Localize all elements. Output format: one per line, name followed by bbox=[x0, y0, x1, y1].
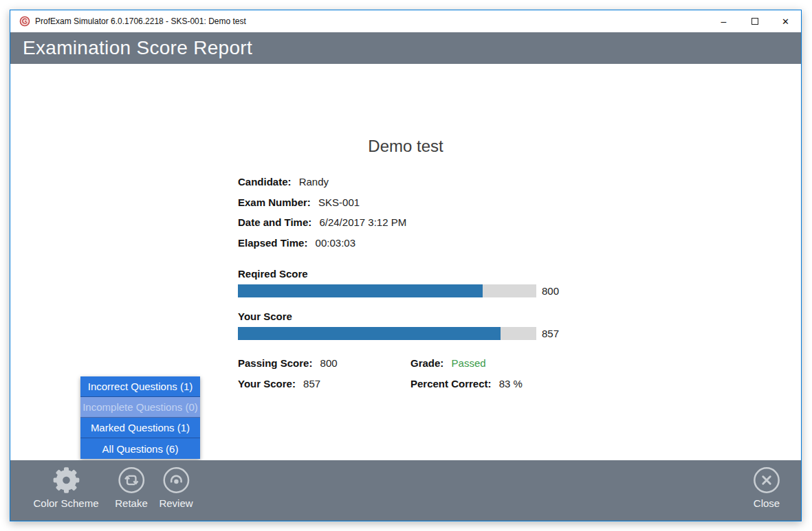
passing-score-value: 800 bbox=[320, 357, 338, 369]
percent-correct-label: Percent Correct: bbox=[410, 378, 492, 389]
page-title: Examination Score Report bbox=[23, 37, 252, 59]
menu-item-incorrect-questions[interactable]: Incorrect Questions (1) bbox=[80, 376, 200, 397]
review-button[interactable]: Review bbox=[159, 464, 193, 509]
retake-icon bbox=[117, 466, 146, 495]
close-circle-icon bbox=[752, 466, 781, 495]
required-score-bar bbox=[238, 284, 536, 297]
exam-number-value: SKS-001 bbox=[318, 196, 360, 208]
menu-item-marked-questions[interactable]: Marked Questions (1) bbox=[80, 418, 200, 438]
retake-label: Retake bbox=[115, 497, 148, 509]
close-icon: ✕ bbox=[782, 17, 789, 26]
page-header: Examination Score Report bbox=[10, 32, 801, 64]
close-button[interactable]: Close bbox=[752, 464, 781, 509]
date-time-value: 6/24/2017 3:12 PM bbox=[319, 216, 406, 228]
maximize-button[interactable] bbox=[739, 10, 770, 32]
grade-label: Grade: bbox=[410, 357, 443, 369]
your-score-bar bbox=[238, 327, 536, 340]
app-icon bbox=[19, 16, 30, 27]
bottom-toolbar: Color Scheme Retake bbox=[10, 460, 801, 521]
report-content: Demo test Candidate: Randy Exam Number: … bbox=[10, 64, 801, 460]
exam-info-fields: Candidate: Randy Exam Number: SKS-001 Da… bbox=[238, 176, 406, 257]
required-score-value: 800 bbox=[542, 285, 559, 297]
close-label: Close bbox=[752, 497, 781, 509]
passing-score-label: Passing Score: bbox=[238, 357, 312, 369]
close-window-button[interactable]: ✕ bbox=[770, 10, 801, 32]
grade-row: Grade: Passed bbox=[410, 357, 523, 371]
menu-item-incomplete-questions: Incomplete Questions (0) bbox=[80, 397, 200, 418]
elapsed-time-label: Elapsed Time: bbox=[238, 237, 307, 249]
your-score-summary-label: Your Score: bbox=[238, 378, 296, 389]
candidate-value: Randy bbox=[299, 176, 329, 188]
your-score-value: 857 bbox=[542, 328, 559, 339]
your-score-summary-row: Your Score: 857 bbox=[238, 378, 338, 392]
required-score-fill bbox=[238, 284, 483, 297]
exam-number-label: Exam Number: bbox=[238, 196, 311, 208]
app-window: ProfExam Simulator 6.0.1706.2218 - SKS-0… bbox=[10, 10, 802, 521]
color-scheme-button[interactable]: Color Scheme bbox=[33, 464, 98, 509]
exam-number-row: Exam Number: SKS-001 bbox=[238, 196, 406, 210]
summary-right-column: Grade: Passed Percent Correct: 83 % bbox=[410, 357, 523, 398]
gear-icon bbox=[52, 466, 80, 494]
date-time-label: Date and Time: bbox=[238, 216, 311, 228]
questions-popup-menu: Incorrect Questions (1) Incomplete Quest… bbox=[80, 376, 200, 459]
passing-score-row: Passing Score: 800 bbox=[238, 357, 338, 371]
your-score-block: Your Score 857 bbox=[238, 310, 559, 340]
menu-item-all-questions[interactable]: All Questions (6) bbox=[80, 438, 200, 459]
review-label: Review bbox=[159, 497, 193, 509]
elapsed-time-row: Elapsed Time: 00:03:03 bbox=[238, 237, 406, 251]
candidate-label: Candidate: bbox=[238, 176, 292, 188]
exam-title: Demo test bbox=[10, 137, 801, 156]
review-icon bbox=[162, 466, 190, 495]
your-score-summary-value: 857 bbox=[303, 378, 320, 389]
elapsed-time-value: 00:03:03 bbox=[316, 237, 355, 249]
window-title: ProfExam Simulator 6.0.1706.2218 - SKS-0… bbox=[35, 16, 246, 26]
summary-left-column: Passing Score: 800 Your Score: 857 bbox=[238, 357, 338, 398]
required-score-label: Reqired Score bbox=[238, 268, 559, 280]
required-score-block: Reqired Score 800 bbox=[238, 268, 559, 297]
minimize-button[interactable]: – bbox=[708, 10, 739, 32]
your-score-label: Your Score bbox=[238, 310, 559, 322]
your-score-fill bbox=[238, 327, 501, 340]
color-scheme-label: Color Scheme bbox=[33, 497, 98, 509]
date-time-row: Date and Time: 6/24/2017 3:12 PM bbox=[238, 216, 406, 230]
candidate-row: Candidate: Randy bbox=[238, 176, 406, 190]
percent-correct-value: 83 % bbox=[499, 378, 523, 389]
percent-correct-row: Percent Correct: 83 % bbox=[410, 378, 523, 392]
maximize-icon bbox=[751, 18, 758, 25]
grade-value: Passed bbox=[452, 357, 486, 369]
minimize-icon: – bbox=[721, 16, 727, 26]
title-bar: ProfExam Simulator 6.0.1706.2218 - SKS-0… bbox=[10, 10, 801, 32]
retake-button[interactable]: Retake bbox=[115, 464, 148, 509]
